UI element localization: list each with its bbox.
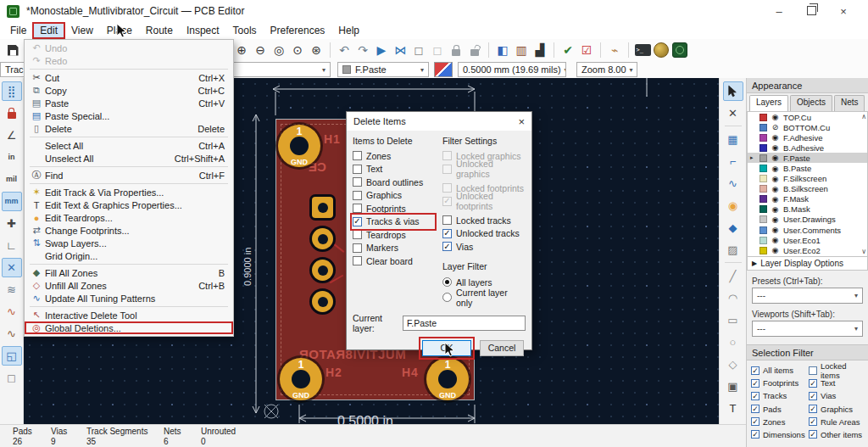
checkbox-teardrops[interactable]: Teardrops — [353, 228, 434, 242]
edit-menu-item-cut[interactable]: ✂CutCtrl+X — [25, 71, 233, 84]
ratsnest-toggle[interactable]: ✕ — [2, 258, 22, 277]
edit-menu-item-paste[interactable]: ▤PasteCtrl+V — [25, 97, 233, 109]
layer-color-swatch[interactable] — [760, 114, 767, 121]
layer-color-swatch[interactable] — [760, 165, 767, 172]
tune-length-tool[interactable]: ∿ — [723, 174, 743, 193]
checkbox-unlocked-tracks[interactable]: ✓Unlocked tracks — [442, 227, 526, 241]
drc-markers-icon[interactable]: ☑ — [577, 41, 596, 59]
checkbox-tracks-vias[interactable]: ✓Tracks & vias — [353, 215, 434, 229]
flip-horizontal-icon[interactable]: ▶ — [372, 41, 391, 59]
ungroup-icon[interactable]: ◻ — [428, 41, 447, 59]
draw-arc-tool[interactable]: ◠ — [723, 288, 743, 308]
layer-row-b-mask[interactable]: ◉B.Mask — [748, 204, 867, 215]
layer-row-f-paste[interactable]: ▸◉F.Paste — [748, 153, 867, 163]
viewports-select[interactable]: ---▾ — [752, 321, 863, 337]
checkbox-vias[interactable]: ✓Vias — [442, 240, 526, 254]
add-text-tool[interactable]: T — [723, 399, 743, 418]
mirror-icon[interactable]: ⋈ — [391, 41, 409, 59]
layer-color-swatch[interactable] — [760, 185, 767, 193]
layer-row-b-silkscreen[interactable]: ◉B.Silkscreen — [748, 184, 867, 194]
layer-row-top-cu[interactable]: ◉TOP.Cu — [748, 112, 867, 122]
route-tracks-tool[interactable]: ⌐ — [723, 152, 743, 171]
edit-menu-item-copy[interactable]: ⧉CopyCtrl+C — [25, 84, 233, 97]
visibility-eye-icon[interactable]: ◉ — [771, 205, 780, 214]
appearance-tab-objects[interactable]: Objects — [790, 95, 832, 111]
layer-row-f-adhesive[interactable]: ◉F.Adhesive — [748, 132, 867, 142]
menubar-item-edit[interactable]: Edit — [33, 23, 64, 38]
locked-items-icon[interactable] — [2, 103, 22, 123]
checkbox-text[interactable]: Text — [353, 163, 434, 176]
checkbox-graphics[interactable]: ✓Graphics — [809, 404, 864, 415]
checkbox-other-items[interactable]: ✓Other items — [809, 429, 864, 440]
checkbox-locked-items[interactable]: Locked items — [809, 365, 864, 376]
kicad-badge-icon[interactable] — [652, 41, 670, 59]
curved-ratsnest-toggle[interactable]: ≋ — [2, 280, 22, 299]
visibility-eye-icon[interactable]: ◉ — [771, 236, 780, 244]
layer-color-swatch[interactable] — [760, 195, 767, 203]
checkbox-rule-areas[interactable]: ✓Rule Areas — [809, 416, 864, 427]
edit-menu-item-select-all[interactable]: Select AllCtrl+A — [25, 139, 233, 152]
layer-row-bottom-cu[interactable]: ⊘BOTTOM.Cu — [748, 122, 867, 132]
layer-color-swatch[interactable] — [760, 215, 767, 223]
checkbox-footprints[interactable]: Footprints — [353, 202, 434, 215]
edit-menu-item-find[interactable]: ⒶFindCtrl+F — [25, 169, 233, 182]
minimize-button[interactable]: – — [763, 5, 795, 18]
select-tool[interactable] — [723, 81, 743, 101]
visibility-eye-icon[interactable]: ◉ — [771, 246, 780, 254]
drc-icon[interactable]: ✔ — [559, 41, 577, 59]
checkbox-text[interactable]: ✓Text — [809, 377, 864, 388]
checkbox-pads[interactable]: ✓Pads — [751, 404, 809, 415]
close-button[interactable]: × — [827, 5, 860, 18]
checkbox-board-outlines[interactable]: Board outlines — [353, 176, 434, 189]
checkbox-zones[interactable]: Zones — [353, 149, 434, 163]
polar-coords-toggle[interactable]: ∠ — [2, 126, 22, 145]
scripting-console-icon[interactable] — [633, 41, 652, 59]
checkbox-footprints[interactable]: ✓Footprints — [751, 377, 809, 388]
edit-menu-item-change-footprints[interactable]: ⇄Change Footprints... — [25, 224, 233, 237]
menubar-item-file[interactable]: File — [3, 23, 33, 38]
lock-icon[interactable] — [447, 41, 465, 59]
edit-menu-item-edit-teardrops[interactable]: ●Edit Teardrops... — [25, 211, 233, 224]
zoom-select[interactable]: Zoom 8.00▾ — [576, 62, 637, 77]
layer-color-swatch[interactable] — [760, 226, 767, 234]
checkbox-markers[interactable]: Markers — [353, 242, 434, 255]
units-mils[interactable]: mil — [2, 170, 22, 189]
layer-color-swatch[interactable] — [760, 205, 767, 213]
menubar-item-route[interactable]: Route — [139, 23, 180, 38]
layer-row-b-paste[interactable]: ◉B.Paste — [748, 163, 867, 173]
visibility-eye-icon[interactable]: ◉ — [771, 215, 780, 224]
grid-select[interactable]: 0.5000 mm (19.69 mils)▾ — [458, 62, 566, 77]
checkbox-locked-tracks[interactable]: Locked tracks — [442, 214, 526, 227]
library-check-icon[interactable]: ▥ — [512, 41, 531, 59]
rule-area-tool[interactable]: ▨ — [723, 240, 743, 260]
layer-display-options[interactable]: ▶ Layer Display Options — [747, 257, 868, 271]
appearance-tab-layers[interactable]: Layers — [749, 95, 788, 111]
scroll-down-icon[interactable]: ∨ — [861, 248, 866, 255]
edit-menu-item-unselect-all[interactable]: Unselect AllCtrl+Shift+A — [25, 152, 233, 165]
checkbox-all-items[interactable]: ✓All items — [751, 365, 809, 376]
layer-color-swatch[interactable] — [760, 154, 767, 162]
layer-row-b-adhesive[interactable]: ◉B.Adhesive — [748, 142, 867, 153]
coordinate-axes-icon[interactable]: ∟ — [2, 236, 22, 255]
draw-circle-tool[interactable]: ○ — [723, 332, 743, 352]
visibility-eye-icon[interactable]: ◉ — [771, 226, 780, 234]
pad-sketch-toggle[interactable]: ◱ — [2, 346, 22, 366]
layer-row-user-comments[interactable]: ◉User.Comments — [748, 225, 867, 235]
visibility-off-icon[interactable]: ⊘ — [771, 123, 780, 131]
edit-menu-item-unfill-all-zones[interactable]: ◇Unfill All ZonesCtrl+B — [25, 279, 233, 292]
pcb-badge-icon[interactable] — [670, 41, 689, 59]
restore-button[interactable] — [795, 5, 827, 18]
active-layer-select[interactable]: F.Paste▾ — [337, 62, 429, 77]
menubar-item-help[interactable]: Help — [331, 23, 366, 38]
menubar-item-preferences[interactable]: Preferences — [264, 23, 332, 38]
layer-color-swatch[interactable] — [760, 237, 767, 244]
units-inches[interactable]: in — [2, 148, 22, 167]
radio-current-layer-only[interactable]: Current layer only — [442, 290, 526, 305]
edit-menu-item-grid-origin[interactable]: Grid Origin... — [25, 249, 233, 262]
layer-row-f-mask[interactable]: ◉F.Mask — [748, 194, 867, 204]
visibility-eye-icon[interactable]: ◉ — [771, 195, 780, 204]
layer-row-user-drawings[interactable]: ◉User.Drawings — [748, 215, 867, 225]
checkbox-tracks[interactable]: ✓Tracks — [751, 390, 809, 401]
appearance-tab-nets[interactable]: Nets — [834, 95, 865, 111]
checkbox-zones[interactable]: ✓Zones — [751, 416, 809, 427]
